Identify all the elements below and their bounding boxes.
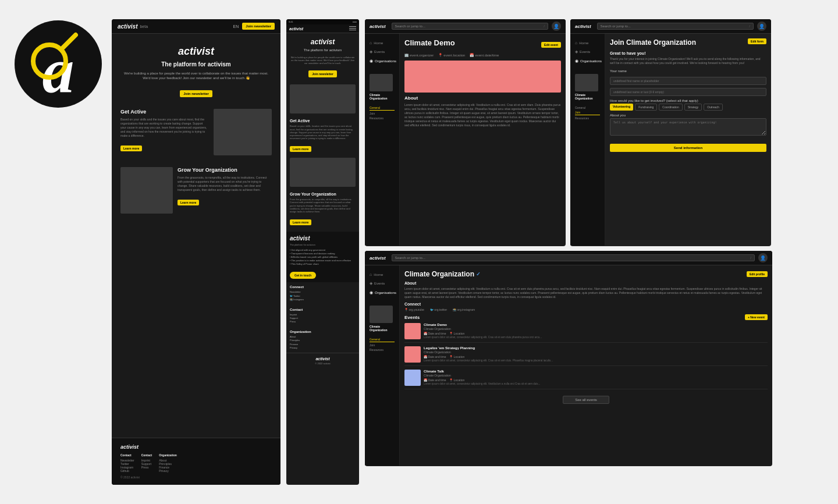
event-panel-layout: ⌂ Home ◈ Events ◉ Organisations xyxy=(365,34,566,246)
sidebar-orgs[interactable]: ◉ Organisations xyxy=(365,56,399,66)
first-name-input[interactable] xyxy=(610,77,766,85)
date-meta: 📅 event.date/time xyxy=(470,53,499,57)
canvas: a activist beta EN Join newsletter activ… xyxy=(12,12,826,492)
org-sidebar-orgs[interactable]: ◉ Organisations xyxy=(365,288,399,297)
tag-volunteering[interactable]: Volunteering xyxy=(610,104,633,111)
footer-contact2-title: Contact xyxy=(141,453,152,457)
verified-badge: ✓ xyxy=(476,271,481,277)
mobile-join-btn[interactable]: Join newsletter xyxy=(308,70,336,77)
tag-fundraising[interactable]: Fundraising xyxy=(635,104,657,111)
event-card-2: Legalize 'em Strategy Planning Climate O… xyxy=(404,346,768,366)
event-card-meta-2: 📅 Date and time 📍 Location xyxy=(424,355,768,359)
join-sidebar-orgs[interactable]: ◉ Organisations xyxy=(570,56,605,66)
location-meta: 📍 event.location xyxy=(438,53,465,57)
name-field-group: Your name xyxy=(610,69,766,96)
tag-outreach[interactable]: Outreach xyxy=(704,104,723,111)
sidebar-events[interactable]: ◈ Events xyxy=(365,47,399,56)
about-you-label: About you xyxy=(610,113,766,117)
new-event-btn[interactable]: + New event xyxy=(745,314,768,320)
mobile-org-title: Organization xyxy=(290,330,356,333)
org-user-avatar[interactable]: 👤 xyxy=(758,253,768,262)
landing-nav: activist beta EN Join newsletter xyxy=(112,19,280,34)
event-card-org-3: Climate Organization xyxy=(424,374,768,377)
event-search-box[interactable]: Search or jump to... / xyxy=(392,23,548,30)
top-row: activist Search or jump to... / 👤 ⌂ Home xyxy=(365,19,772,246)
mobile-get-in-touch-btn[interactable]: Get in touch xyxy=(290,272,316,279)
join-sidebar-home[interactable]: ⌂ Home xyxy=(570,38,605,47)
join-tab-general[interactable]: General xyxy=(575,106,600,109)
org-sidebar-item: Climate Organization xyxy=(365,303,399,334)
org-sidebar-name: Climate Organization xyxy=(370,325,395,332)
tab-resources[interactable]: Resources xyxy=(370,116,395,120)
sidebar-tabs: General Join Resources xyxy=(365,105,399,121)
org-tab-resources[interactable]: Resources xyxy=(370,348,395,352)
event-user-avatar[interactable]: 👤 xyxy=(552,22,561,31)
right-stack: activist Search or jump to... / 👤 ⌂ Home xyxy=(365,19,772,466)
org-tab-general[interactable]: General xyxy=(370,338,395,342)
mobile-image-1 xyxy=(290,84,356,113)
event-card-meta-1: 📅 Date and time 📍 Location xyxy=(424,332,768,335)
mobile-logo: activist xyxy=(289,27,303,31)
mobile-learn-btn[interactable]: Learn more xyxy=(290,146,311,152)
mobile-image-2 xyxy=(290,158,356,187)
join-events-icon: ◈ xyxy=(575,49,578,54)
join-newsletter-btn[interactable]: Join newsletter xyxy=(242,23,275,30)
sidebar-orgs-label: Organisations xyxy=(375,59,396,63)
event-main: Climate Demo Edit event 🏢 event.organize… xyxy=(400,34,566,246)
mobile-hero: activist The platform for activism We're… xyxy=(286,33,359,82)
grow-btn[interactable]: Learn more xyxy=(177,200,199,205)
org-tab-join[interactable]: Join xyxy=(370,343,395,347)
org-sidebar-home[interactable]: ⌂ Home xyxy=(365,270,399,279)
event-meta: 🏢 event.organizer 📍 event.location 📅 eve… xyxy=(404,53,561,57)
grow-desc: From the grassroots, to nonprofits, all … xyxy=(177,176,272,192)
mobile-hero-text: We're building a place for people the wo… xyxy=(290,56,356,65)
org-panel-logo: activist xyxy=(370,255,386,261)
sidebar-home[interactable]: ⌂ Home xyxy=(365,38,399,47)
org-home-icon: ⌂ xyxy=(370,272,372,276)
tab-general[interactable]: General xyxy=(370,106,395,111)
hero-title: The platform for activism xyxy=(120,61,272,68)
tag-strategy[interactable]: Strategy xyxy=(684,104,702,111)
join-user-avatar[interactable]: 👤 xyxy=(757,22,766,31)
mobile-grow: Grow Your Organization From the grassroo… xyxy=(286,189,359,229)
event-card-content-3: Climate Talk Climate Organization 📅 Date… xyxy=(424,370,768,386)
join-sidebar-events[interactable]: ◈ Events xyxy=(570,47,605,56)
see-all-events-btn[interactable]: See all events xyxy=(563,396,609,404)
join-sidebar-org-img xyxy=(575,74,598,91)
panel-mobile: 9:41 ●●● activist activist The platform … xyxy=(286,19,359,485)
about-textarea[interactable] xyxy=(610,118,766,136)
join-tab-join[interactable]: Join xyxy=(575,111,600,115)
send-info-btn[interactable]: Send information xyxy=(610,144,766,152)
event-card-content-1: Climate Demo Climate Organization 📅 Date… xyxy=(424,323,768,339)
edit-form-btn[interactable]: Edit form xyxy=(748,38,766,44)
org-sidebar-events[interactable]: ◈ Events xyxy=(365,279,399,288)
footer-contact-title: Contact xyxy=(120,453,134,457)
screens-row: activist beta EN Join newsletter activis… xyxy=(112,19,826,485)
tab-join[interactable]: Join xyxy=(370,112,395,115)
mobile-activist-logo: activist xyxy=(290,235,356,242)
hero-subtitle: We're building a place for people the wo… xyxy=(120,71,272,81)
hero-join-btn[interactable]: Join newsletter xyxy=(180,90,212,97)
event-hero-image xyxy=(404,61,561,93)
event-card-org-1: Climate Organization xyxy=(424,327,768,331)
org-sidebar: ⌂ Home ◈ Events ◉ Organisations xyxy=(365,265,400,466)
mobile-learn-btn2[interactable]: Learn more xyxy=(290,219,311,225)
event-card-img-3 xyxy=(404,370,421,386)
join-tab-resources[interactable]: Resources xyxy=(575,116,600,120)
last-name-input[interactable] xyxy=(610,88,766,96)
panel-event: activist Search or jump to... / 👤 ⌂ Home xyxy=(365,19,566,246)
mobile-activist-section: activist The platform for activism • Get… xyxy=(286,232,359,282)
sidebar-events-label: Events xyxy=(374,50,385,54)
hamburger-icon[interactable] xyxy=(349,26,356,31)
join-search-box[interactable]: Search or jump to... / xyxy=(597,23,754,30)
event-search-placeholder: Search or jump to... xyxy=(395,24,425,28)
edit-profile-btn[interactable]: Edit profile xyxy=(747,271,768,277)
edit-event-btn[interactable]: Edit event xyxy=(541,42,561,48)
org-search-box[interactable]: Search or jump to... / xyxy=(392,254,755,261)
get-active-title: Get Active xyxy=(120,109,209,115)
org-twitter: 🐦 org.twitter xyxy=(430,308,447,311)
tag-coordination[interactable]: Coordination xyxy=(659,104,682,111)
org-connect-row: 📍 org.youtube 🐦 org.twitter 📸 org.instag… xyxy=(404,308,768,311)
get-active-btn[interactable]: Learn more xyxy=(120,145,142,151)
sidebar-home-label: Home xyxy=(374,41,383,45)
